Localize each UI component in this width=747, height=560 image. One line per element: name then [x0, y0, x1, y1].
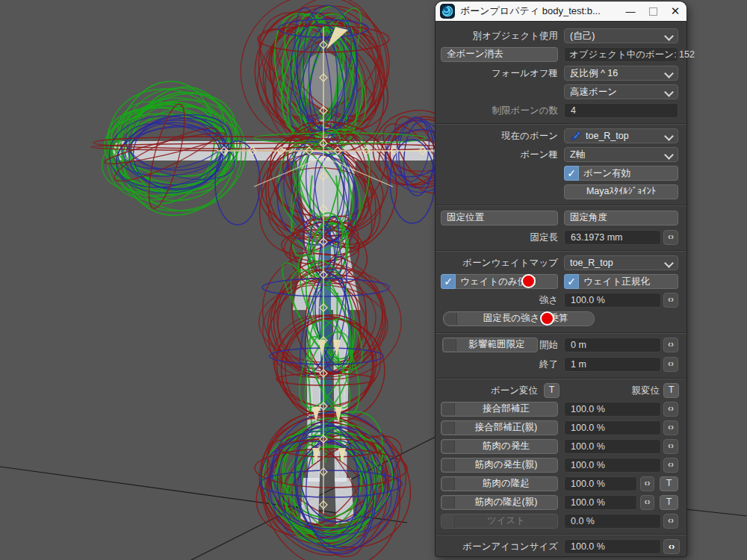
strength-input[interactable]: 100.0 % — [564, 293, 661, 308]
muscle-bulge-parent-t-button[interactable]: T — [660, 495, 678, 510]
muscle-generation-parent-button[interactable]: 筋肉の発生(親) — [441, 458, 558, 473]
twist-button: ツイスト — [441, 514, 558, 529]
use-other-object-dropdown[interactable]: (自己) — [564, 28, 678, 43]
bone-icon-size-input[interactable]: 100.0 % — [564, 539, 661, 554]
section-divider — [436, 205, 686, 206]
checkmark-icon: ✓ — [564, 166, 579, 181]
bone-icon — [570, 131, 582, 141]
range-start-label: 開始 — [538, 337, 558, 352]
muscle-generation-parent-input[interactable]: 100.0 % — [564, 458, 661, 473]
annotation-red-dot-1 — [521, 274, 536, 288]
range-end-input[interactable]: 1 m — [564, 357, 661, 372]
bone-mode-dropdown[interactable]: 高速ボーン — [564, 84, 678, 99]
twist-input[interactable]: 0.0 % — [564, 514, 661, 529]
fixed-angle-button[interactable]: 固定角度 — [564, 211, 678, 225]
section-divider — [436, 250, 686, 252]
muscle-bulge-parent-stepper[interactable]: ‹› — [640, 495, 654, 510]
multiply-by-fixed-length-button[interactable]: 固定長の強さで乗算 — [443, 311, 595, 326]
limit-bone-count-label: 制限ボーンの数 — [436, 103, 558, 118]
chevron-down-icon — [664, 69, 674, 78]
metasequoia-app-icon — [440, 4, 455, 19]
fixed-position-button[interactable]: 固定位置 — [441, 211, 558, 225]
range-end-label: 終了 — [436, 357, 558, 372]
muscle-bulge-stepper[interactable]: ‹› — [640, 476, 654, 491]
bone-enabled-checkbox[interactable]: ✓ ボーン有効 — [564, 166, 678, 181]
range-end-stepper[interactable]: ‹› — [663, 357, 678, 372]
limit-influence-range-button[interactable]: 影響範囲限定 — [442, 337, 538, 352]
current-bone-dropdown[interactable]: toe_R_top — [564, 128, 678, 143]
twist-stepper[interactable]: ‹› — [663, 514, 678, 529]
maximize-button[interactable] — [642, 1, 664, 21]
bone-icon-size-stepper[interactable]: ‹› — [663, 539, 680, 554]
maya-style-joint-button[interactable]: Mayaｽﾀｲﾙｼﾞｮｲﾝﾄ — [564, 184, 678, 199]
chevron-down-icon — [664, 31, 674, 41]
parent-displacement-t-button[interactable]: T — [663, 383, 679, 398]
chevron-down-icon — [664, 87, 674, 97]
muscle-bulge-parent-input[interactable]: 100.0 % — [564, 495, 637, 510]
close-button[interactable]: ✕ — [664, 1, 686, 21]
joint-correction-button[interactable]: 接合部補正 — [441, 402, 558, 417]
chevron-down-icon — [664, 131, 674, 141]
section-divider — [436, 534, 686, 535]
muscle-bulge-t-button[interactable]: T — [660, 476, 678, 491]
muscle-bulge-input[interactable]: 100.0 % — [564, 476, 637, 491]
section-divider — [436, 332, 686, 334]
bones-in-object-field: オブジェクト中のボーン: 152 — [564, 47, 678, 62]
checkmark-icon: ✓ — [564, 274, 579, 289]
muscle-bulge-parent-button[interactable]: 筋肉の隆起(親) — [441, 495, 558, 510]
fixed-length-label: 固定長 — [436, 230, 558, 245]
section-divider — [436, 123, 686, 125]
fixed-length-input[interactable]: 63.1973 mm — [564, 230, 661, 245]
muscle-generation-input[interactable]: 100.0 % — [564, 439, 661, 454]
bone-displacement-label: ボーン変位 — [436, 383, 538, 398]
weight-normalize-checkbox[interactable]: ✓ ウェイト正規化 — [564, 274, 678, 289]
checkmark-icon: ✓ — [441, 274, 456, 289]
fixed-length-stepper[interactable]: ‹› — [663, 230, 678, 245]
range-start-input[interactable]: 0 m — [564, 337, 661, 352]
minimize-button[interactable]: — — [619, 1, 642, 21]
annotation-red-dot-2 — [540, 311, 554, 326]
bone-type-dropdown[interactable]: Z軸 — [564, 147, 678, 162]
chevron-down-icon — [664, 258, 674, 268]
window-titlebar[interactable]: ボーンプロパティ body_test:b... — ✕ — [436, 1, 686, 21]
use-weight-only-checkbox[interactable]: ✓ ウェイトのみ使用 — [441, 274, 558, 289]
bone-rotation-circles — [88, 0, 466, 560]
range-start-stepper[interactable]: ‹› — [663, 337, 678, 352]
muscle-bulge-button[interactable]: 筋肉の隆起 — [441, 476, 558, 491]
falloff-type-dropdown[interactable]: 反比例 ^ 16 — [564, 66, 678, 81]
joint-correction-parent-input[interactable]: 100.0 % — [564, 420, 661, 435]
joint-correction-input[interactable]: 100.0 % — [564, 402, 661, 417]
section-divider — [436, 378, 686, 379]
joint-correction-stepper[interactable]: ‹› — [663, 402, 678, 417]
strength-label: 強さ — [436, 293, 558, 308]
joint-correction-parent-button[interactable]: 接合部補正(親) — [441, 420, 558, 435]
limit-bone-count-input[interactable]: 4 — [564, 103, 678, 118]
current-bone-label: 現在のボーン — [436, 128, 558, 143]
window-title: ボーンプロパティ body_test:b... — [460, 4, 619, 18]
chevron-down-icon — [664, 150, 674, 160]
clear-all-bones-button[interactable]: 全ボーン消去 — [441, 47, 558, 62]
bone-type-label: ボーン種 — [436, 147, 558, 162]
falloff-type-label: フォールオフ種 — [436, 66, 558, 81]
muscle-generation-stepper[interactable]: ‹› — [663, 439, 678, 454]
strength-stepper[interactable]: ‹› — [663, 293, 678, 308]
muscle-generation-parent-stepper[interactable]: ‹› — [663, 458, 678, 473]
maximize-icon — [649, 7, 657, 16]
use-other-object-label: 別オブジェクト使用 — [436, 28, 558, 43]
weight-map-dropdown[interactable]: toe_R_top — [564, 255, 678, 270]
parent-displacement-label: 親変位 — [555, 383, 660, 398]
weight-map-label: ボーンウェイトマップ — [436, 255, 558, 270]
bone-properties-window: ボーンプロパティ body_test:b... — ✕ 別オブジェクト使用 (自… — [436, 1, 686, 556]
muscle-generation-button[interactable]: 筋肉の発生 — [441, 439, 558, 454]
panel-body: 別オブジェクト使用 (自己) 全ボーン消去 オブジェクト中のボーン: 152 フ… — [436, 21, 686, 556]
bone-icon-size-label: ボーンアイコンサイズ — [436, 539, 558, 554]
joint-correction-parent-stepper[interactable]: ‹› — [663, 420, 678, 435]
